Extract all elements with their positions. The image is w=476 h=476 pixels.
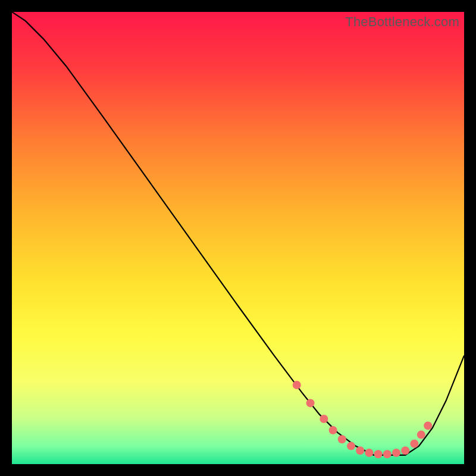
- marker-dot: [392, 449, 400, 457]
- marker-dot: [306, 399, 315, 407]
- marker-dot: [293, 381, 301, 389]
- chart-canvas: [12, 12, 464, 464]
- marker-dot: [383, 450, 392, 458]
- marker-dot: [365, 449, 373, 457]
- chart-frame: TheBottleneck.com: [12, 12, 464, 464]
- marker-dot: [424, 421, 432, 430]
- marker-dot: [338, 435, 346, 443]
- marker-dot: [374, 450, 383, 458]
- marker-dot: [347, 442, 355, 450]
- gradient-background: [12, 12, 464, 464]
- marker-dot: [410, 440, 418, 448]
- marker-dot: [356, 446, 364, 455]
- marker-dot: [329, 426, 337, 434]
- marker-dot: [417, 431, 425, 439]
- marker-dot: [401, 446, 409, 455]
- marker-dot: [320, 415, 328, 423]
- watermark-text: TheBottleneck.com: [345, 14, 459, 30]
